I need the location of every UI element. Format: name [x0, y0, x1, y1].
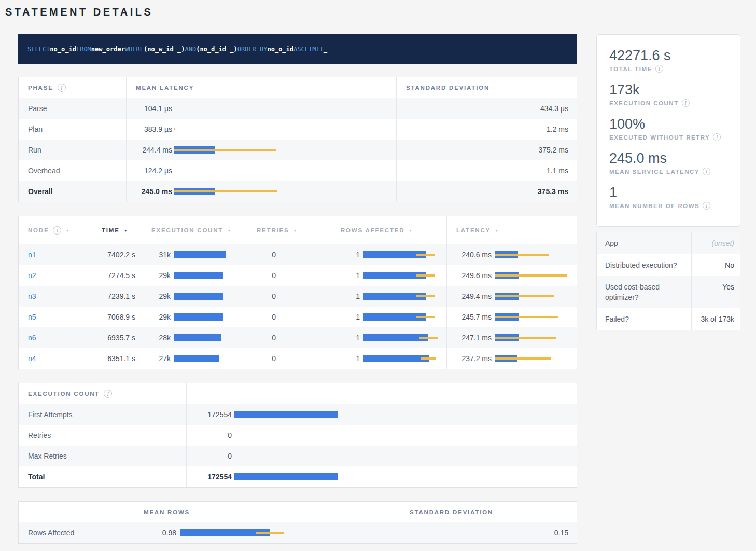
latency-cell: 240.6 ms — [446, 244, 578, 265]
node-cell: n1 — [19, 244, 92, 265]
node-cell: n5 — [19, 307, 92, 327]
latency-cell: 249.4 ms — [446, 286, 578, 307]
retries-cell: 0 — [247, 244, 331, 265]
bar-chart — [234, 473, 568, 480]
row-label: Max Retries — [19, 452, 67, 460]
column-header-label: STANDARD DEVIATION — [406, 85, 489, 91]
stat-value: 42271.6 s — [609, 47, 727, 64]
sort-triangle-icon: ▼ — [227, 229, 232, 232]
stddev-cell: 0.15 — [400, 522, 578, 543]
retries-cell: 0 — [247, 307, 331, 327]
sql-token: no_o_id — [267, 46, 293, 53]
node-link[interactable]: n4 — [19, 354, 36, 363]
column-header-time[interactable]: TIME▼ — [92, 216, 142, 244]
table-row: Retries0 — [19, 425, 577, 446]
column-header-label: NODE — [28, 227, 49, 233]
table-row: First Attempts172554 — [19, 404, 577, 425]
mean-latency-cell: 245.0 ms — [126, 181, 396, 202]
mean-latency-value: 104.1 µs — [127, 104, 172, 113]
rows-affected-cell: 1 — [331, 307, 446, 327]
rows-affected-body: Rows Affected0.980.15 — [19, 522, 577, 543]
phase-cell: Plan — [19, 119, 126, 140]
info-icon[interactable]: i — [655, 65, 663, 73]
bar-chart — [495, 334, 573, 341]
column-header-node[interactable]: NODEi▼ — [19, 216, 92, 244]
bar-chart — [174, 334, 237, 341]
stddev-value: 434.3 µs — [397, 104, 578, 113]
info-icon[interactable]: i — [104, 390, 112, 398]
latency-value: 247.1 ms — [447, 334, 492, 342]
summary-card: 42271.6 sTOTAL TIMEi173kEXECUTION COUNTi… — [596, 34, 740, 227]
info-icon[interactable]: i — [703, 202, 710, 210]
node-link[interactable]: n5 — [19, 313, 36, 321]
stddev-bar — [416, 295, 435, 297]
node-link[interactable]: n2 — [19, 271, 36, 280]
detail-row: Used cost-based optimizer?Yes — [597, 276, 740, 308]
sql-token: = — [226, 46, 230, 53]
stddev-cell: 1.1 ms — [396, 160, 578, 181]
column-header-standard-deviation: STANDARD DEVIATION — [396, 77, 578, 98]
page-title: STATEMENT DETAILS — [5, 4, 756, 20]
detail-row: Failed?3k of 173k — [597, 308, 740, 330]
sql-token: FROM — [76, 46, 91, 53]
column-header-execution-count[interactable]: EXECUTION COUNT▼ — [142, 216, 247, 244]
info-icon[interactable]: i — [703, 168, 710, 175]
column-header-label: EXECUTION COUNT — [28, 391, 100, 397]
execution-count-header: EXECUTION COUNTi — [19, 383, 577, 404]
stddev-cell: 375.2 ms — [396, 140, 578, 160]
stddev-bar — [495, 274, 567, 277]
stddev-value: 1.1 ms — [397, 167, 578, 175]
row-label: Retries — [19, 431, 51, 439]
stddev-bar — [495, 254, 549, 256]
side-column: 42271.6 sTOTAL TIMEi173kEXECUTION COUNTi… — [596, 34, 740, 551]
time-value: 7239.1 s — [107, 292, 135, 300]
column-header-label: EXECUTION COUNT — [151, 227, 223, 233]
count-cell: 0 — [186, 425, 578, 446]
retries-cell: 0 — [247, 286, 331, 307]
phase-cell: Parse — [19, 98, 126, 119]
stddev-value: 375.2 ms — [397, 146, 578, 154]
column-header-mean-rows: MEAN ROWS — [134, 502, 400, 522]
column-header-latency[interactable]: LATENCY▼ — [446, 216, 578, 244]
detail-value: Yes — [691, 276, 740, 308]
retries-value: 0 — [247, 354, 276, 363]
column-header-retries[interactable]: RETRIES▼ — [247, 216, 331, 244]
rows-affected-header: MEAN ROWSSTANDARD DEVIATION — [19, 502, 577, 522]
node-link[interactable]: n3 — [19, 292, 36, 300]
bar-chart — [495, 251, 573, 258]
main-column: SELECT no_o_id FROM new_order WHERE (no_… — [18, 34, 577, 551]
time-cell: 7402.2 s — [92, 244, 142, 265]
node-link[interactable]: n6 — [19, 334, 36, 342]
execution-count-cell: 29k — [142, 307, 247, 327]
stddev-value: 1.2 ms — [397, 125, 578, 133]
phase-table-header: PHASEiMEAN LATENCYSTANDARD DEVIATION — [19, 77, 577, 98]
mean-latency-cell: 383.9 µs — [126, 119, 396, 140]
info-icon[interactable]: i — [58, 84, 66, 92]
table-row: n17402.2 s31k01240.6 ms — [19, 244, 577, 265]
retries-value: 0 — [247, 313, 276, 321]
blank-header-cell — [186, 383, 578, 404]
mean-bar — [174, 251, 226, 258]
sql-token: WHERE — [125, 46, 144, 53]
stddev-bar — [174, 149, 276, 151]
node-link[interactable]: n1 — [19, 251, 36, 259]
detail-label: App — [597, 232, 691, 254]
retries-cell: 0 — [247, 327, 331, 348]
column-header-label: MEAN LATENCY — [136, 85, 194, 91]
execution-count-cell: 29k — [142, 265, 247, 286]
stddev-bar — [416, 274, 435, 277]
mean-latency-value: 383.9 µs — [127, 125, 172, 133]
column-header-execution-count: EXECUTION COUNTi — [19, 383, 186, 404]
info-icon[interactable]: i — [713, 133, 721, 141]
column-header-rows-affected[interactable]: ROWS AFFECTED▼ — [331, 216, 446, 244]
mean-latency-value: 245.0 ms — [127, 187, 172, 196]
info-icon[interactable]: i — [682, 99, 690, 107]
content: SELECT no_o_id FROM new_order WHERE (no_… — [18, 34, 756, 551]
mean-latency-cell: 244.4 ms — [126, 140, 396, 160]
sql-token: (no_d_id — [196, 46, 226, 53]
bar-chart — [174, 272, 237, 279]
column-header-label: PHASE — [28, 85, 53, 91]
info-icon[interactable]: i — [53, 226, 61, 235]
table-row: n37239.1 s29k01249.4 ms — [19, 286, 577, 307]
summary-stat: 100%EXECUTED WITHOUT RETRYi — [609, 116, 727, 141]
